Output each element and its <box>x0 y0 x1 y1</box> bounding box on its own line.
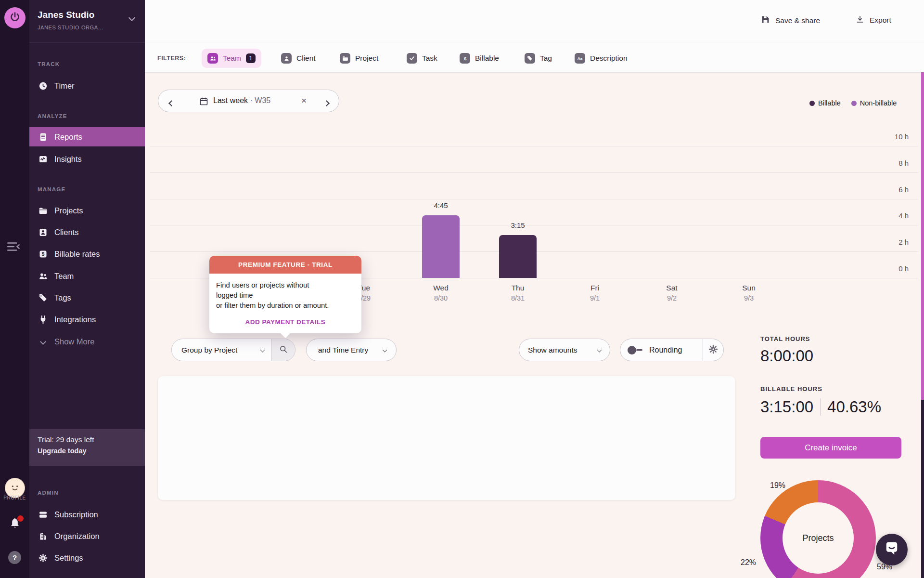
clear-date-icon[interactable]: × <box>301 95 307 106</box>
sidebar-item-timer[interactable]: Timer <box>29 76 145 95</box>
filter-chip-tag[interactable]: Tag <box>519 49 558 68</box>
bar-billable-thu[interactable] <box>499 235 537 278</box>
sidebar-item-projects[interactable]: Projects <box>29 201 145 220</box>
date-range-picker: Last week · W35 × <box>158 90 339 112</box>
add-payment-details-link[interactable]: ADD PAYMENT DETAILS <box>209 314 361 333</box>
y-axis-label: 8 h <box>865 159 909 167</box>
svg-text:Aa: Aa <box>578 56 583 61</box>
reports-icon <box>38 131 48 142</box>
plug-icon <box>38 314 48 325</box>
billable-hours-label: BILLABLE HOURS <box>760 385 822 393</box>
collapse-sidebar-icon <box>7 246 21 254</box>
save-share-button[interactable]: Save & share <box>760 14 820 26</box>
text-aa-icon: Aa <box>575 53 585 64</box>
building-icon <box>38 531 48 541</box>
sidebar-item-clients[interactable]: Clients <box>29 223 145 242</box>
section-admin: ADMIN <box>38 490 59 496</box>
scrollbar-track[interactable] <box>921 400 924 578</box>
rounding-label: Rounding <box>649 346 682 355</box>
rounding-toggle[interactable] <box>628 346 642 355</box>
group-by-label: Group by Project <box>181 346 237 355</box>
show-amounts-select[interactable]: Show amounts <box>519 339 610 361</box>
workspace-name[interactable]: Janes Studio <box>38 10 94 20</box>
help-button[interactable]: ? <box>8 551 21 564</box>
workspace-switcher-button[interactable] <box>129 13 134 22</box>
x-axis-date-label: 9/3 <box>720 294 778 302</box>
export-label: Export <box>870 16 891 25</box>
rounding-control: Rounding <box>620 339 724 361</box>
sidebar-item-reports[interactable]: Reports <box>29 127 145 146</box>
sidebar-item-insights[interactable]: Insights <box>29 149 145 169</box>
legend-billable: Billable <box>809 99 841 107</box>
subgroup-label: and Time Entry <box>318 346 368 355</box>
y-axis-label: 2 h <box>865 238 909 246</box>
filter-chip-team[interactable]: Team 1 <box>202 49 261 68</box>
sidebar-item-team[interactable]: Team <box>29 266 145 286</box>
chart-legend: Billable Non-billable <box>809 99 897 107</box>
y-axis-label: 6 h <box>865 185 909 194</box>
section-analyze: ANALYZE <box>38 113 67 119</box>
filter-chip-project[interactable]: Project <box>334 49 384 68</box>
filter-chip-billable[interactable]: $ Billable <box>454 49 505 68</box>
create-invoice-button[interactable]: Create invoice <box>760 437 901 459</box>
filter-chip-label: Description <box>590 54 628 63</box>
bar-non-billable-wed[interactable] <box>422 215 460 278</box>
sidebar-item-label: Team <box>54 272 74 281</box>
notifications-button[interactable] <box>8 516 23 531</box>
total-hours-value: 8:00:00 <box>760 347 813 365</box>
dollar-icon: $ <box>38 249 48 259</box>
sidebar-item-subscription[interactable]: Subscription <box>29 505 145 524</box>
chevron-down-icon <box>128 14 135 21</box>
download-icon <box>855 14 865 26</box>
sidebar: Janes Studio JANES STUDIO ORGA... TRACK … <box>29 0 145 578</box>
gridline <box>150 199 918 199</box>
date-range-text[interactable]: Last week · W35 <box>213 96 270 105</box>
sidebar-item-label: Integrations <box>54 315 96 324</box>
previous-period-icon[interactable] <box>169 99 174 107</box>
sidebar-item-tags[interactable]: Tags <box>29 288 145 307</box>
filter-chip-client[interactable]: Client <box>275 49 321 68</box>
scrollbar-thumb[interactable] <box>921 72 924 400</box>
total-hours-label: TOTAL HOURS <box>760 335 810 342</box>
sidebar-item-label: Reports <box>54 132 82 142</box>
y-axis-label: 0 h <box>865 264 909 273</box>
x-axis-day-label: Wed <box>412 284 470 292</box>
filter-chip-description[interactable]: Aa Description <box>569 49 633 68</box>
export-button[interactable]: Export <box>855 14 891 26</box>
group-by-select[interactable]: Group by Project <box>171 339 295 361</box>
profile-label: PROFILE <box>0 495 29 500</box>
tag-icon <box>525 53 535 64</box>
gridline <box>150 146 918 146</box>
workspace-logo-button[interactable] <box>4 7 26 28</box>
sidebar-item-settings[interactable]: Settings <box>29 548 145 567</box>
workspace-org: JANES STUDIO ORGA... <box>38 25 103 30</box>
sidebar-collapse-button[interactable] <box>7 241 21 254</box>
svg-text:$: $ <box>41 251 44 257</box>
filter-chip-label: Tag <box>540 54 552 63</box>
search-icon <box>279 344 288 356</box>
rounding-settings-button[interactable] <box>703 344 723 356</box>
x-axis-day-label: Fri <box>566 284 624 292</box>
sidebar-item-integrations[interactable]: Integrations <box>29 310 145 329</box>
app-window: PROFILE ? Janes Studio JANES STUDIO ORGA… <box>0 0 924 578</box>
bar-value-label: 4:45 <box>412 201 470 210</box>
chat-widget-button[interactable] <box>876 534 908 565</box>
x-axis-date-label: 8/30 <box>412 294 470 302</box>
next-period-icon[interactable] <box>324 99 329 107</box>
question-icon: ? <box>13 553 17 562</box>
calendar-icon[interactable] <box>199 96 209 108</box>
filter-chip-task[interactable]: Task <box>401 49 443 68</box>
sidebar-item-show-more[interactable]: Show More <box>29 332 145 351</box>
search-button[interactable] <box>271 339 295 361</box>
team-icon <box>38 271 48 281</box>
subgroup-select[interactable]: and Time Entry <box>306 339 397 361</box>
sidebar-item-label: Clients <box>54 228 78 237</box>
upgrade-link[interactable]: Upgrade today <box>38 447 87 455</box>
sidebar-item-label: Projects <box>54 206 83 215</box>
tooltip-header: PREMIUM FEATURE - TRIAL <box>209 256 361 274</box>
chevron-down-icon <box>383 348 387 353</box>
credit-card-icon <box>38 509 48 520</box>
sidebar-item-organization[interactable]: Organization <box>29 526 145 546</box>
sidebar-item-billable-rates[interactable]: $ Billable rates <box>29 244 145 263</box>
legend-label: Non-billable <box>860 99 897 107</box>
